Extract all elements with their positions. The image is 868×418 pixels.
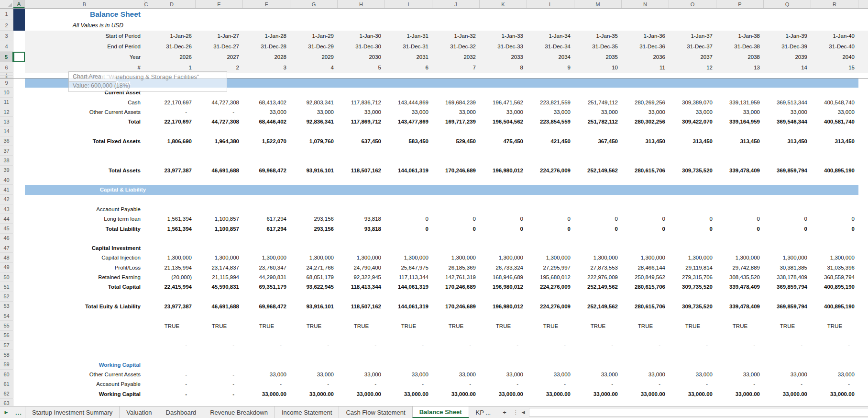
- cell[interactable]: 339,164,959: [716, 117, 764, 126]
- horizontal-scrollbar[interactable]: [529, 408, 868, 417]
- cell[interactable]: 69,968,472: [243, 302, 290, 311]
- row-label[interactable]: Accaount Payable: [25, 204, 144, 214]
- cell[interactable]: 1,300,000: [622, 253, 669, 262]
- cell[interactable]: 1-Jan-40: [811, 31, 858, 41]
- cell[interactable]: 280,615,706: [622, 282, 669, 292]
- cell[interactable]: 2031: [385, 52, 432, 62]
- row-header-53[interactable]: 53: [0, 302, 13, 311]
- cell[interactable]: 22,415,994: [148, 282, 196, 292]
- row-header-4[interactable]: 4: [0, 41, 13, 52]
- cell[interactable]: TRUE: [764, 321, 811, 330]
- cell[interactable]: 400,895,190: [811, 302, 858, 311]
- cell[interactable]: 1-Jan-27: [196, 31, 243, 41]
- cell[interactable]: 33,000: [574, 370, 622, 379]
- cell[interactable]: 0: [574, 214, 622, 224]
- cell[interactable]: 280,302,256: [622, 117, 669, 126]
- cell[interactable]: 309,735,520: [669, 282, 716, 292]
- row-header-40[interactable]: 40: [0, 175, 13, 185]
- cell[interactable]: 45,590,831: [196, 282, 243, 292]
- tab-overflow-button[interactable]: ...: [12, 407, 25, 418]
- sheet-tab-startup-investment-summary[interactable]: Startup Investment Summary: [25, 407, 119, 418]
- cell[interactable]: 400,548,740: [811, 98, 858, 107]
- row-label[interactable]: Total: [25, 117, 144, 126]
- cell[interactable]: 2033: [480, 52, 527, 62]
- cell[interactable]: -: [290, 379, 338, 389]
- cell[interactable]: 31-Dec-37: [669, 41, 716, 52]
- cell[interactable]: 33,000: [243, 107, 290, 117]
- cell[interactable]: -: [764, 379, 811, 389]
- cell[interactable]: TRUE: [385, 321, 432, 330]
- row-label[interactable]: Start of Period: [25, 31, 144, 41]
- cell[interactable]: 144,061,319: [385, 282, 432, 292]
- cell[interactable]: 196,980,012: [480, 302, 527, 311]
- cell[interactable]: 195,680,012: [527, 272, 574, 282]
- cell[interactable]: 313,450: [669, 136, 716, 146]
- cell[interactable]: 31-Dec-26: [148, 41, 196, 52]
- cell[interactable]: 31-Dec-31: [385, 41, 432, 52]
- row-header-49[interactable]: 49: [0, 263, 13, 272]
- cell[interactable]: 313,450: [716, 136, 764, 146]
- cell[interactable]: 0: [669, 224, 716, 233]
- row-header-37[interactable]: 37: [0, 146, 13, 156]
- row-header-63[interactable]: 63: [0, 399, 13, 406]
- cell[interactable]: 27,873,553: [574, 263, 622, 272]
- cell[interactable]: 2028: [243, 52, 290, 62]
- row-header-54[interactable]: 54: [0, 311, 13, 321]
- cell[interactable]: 44,727,308: [196, 98, 243, 107]
- row-header-62[interactable]: 62: [0, 389, 13, 399]
- sheet-tab-income-statement[interactable]: Income Statement: [275, 407, 339, 418]
- cell[interactable]: 1-Jan-39: [764, 31, 811, 41]
- cell[interactable]: 0: [574, 224, 622, 233]
- column-header-P[interactable]: P: [716, 0, 764, 8]
- column-header-H[interactable]: H: [338, 0, 385, 8]
- cell[interactable]: -: [480, 379, 527, 389]
- row-header-9[interactable]: 9: [0, 78, 13, 88]
- cell[interactable]: 30,381,385: [764, 263, 811, 272]
- cell[interactable]: 31-Dec-29: [290, 41, 338, 52]
- cell[interactable]: 0: [622, 224, 669, 233]
- cell[interactable]: TRUE: [196, 321, 243, 330]
- cell[interactable]: 2038: [716, 52, 764, 62]
- cell[interactable]: 369,546,344: [764, 117, 811, 126]
- cell[interactable]: 33,000: [480, 370, 527, 379]
- row-header-52[interactable]: 52: [0, 292, 13, 302]
- cell[interactable]: 33,000: [574, 107, 622, 117]
- cell[interactable]: 68,413,402: [243, 98, 290, 107]
- cell[interactable]: 1,300,000: [432, 253, 480, 262]
- cell[interactable]: 22,170,697: [148, 117, 196, 126]
- cell[interactable]: 92,803,341: [290, 98, 338, 107]
- cell[interactable]: 93,622,945: [290, 282, 338, 292]
- cell[interactable]: -: [811, 340, 858, 350]
- column-header-I[interactable]: I: [385, 0, 432, 8]
- cell[interactable]: TRUE: [243, 321, 290, 330]
- cell[interactable]: 339,478,409: [716, 282, 764, 292]
- cell[interactable]: 0: [811, 224, 858, 233]
- cell[interactable]: TRUE: [432, 321, 480, 330]
- cell[interactable]: 33,000: [432, 370, 480, 379]
- cell[interactable]: 117,836,712: [338, 98, 385, 107]
- add-sheet-button[interactable]: +: [497, 407, 512, 418]
- cell[interactable]: 339,131,959: [716, 98, 764, 107]
- cell[interactable]: 31-Dec-35: [574, 41, 622, 52]
- cell[interactable]: 308,435,520: [716, 272, 764, 282]
- cell[interactable]: -: [669, 379, 716, 389]
- cell[interactable]: 22,170,697: [148, 98, 196, 107]
- cell[interactable]: 1,300,000: [243, 253, 290, 262]
- cell[interactable]: 33,000: [290, 370, 338, 379]
- cell[interactable]: 1-Jan-35: [574, 31, 622, 41]
- cell[interactable]: 33,000.00: [669, 389, 716, 399]
- cell[interactable]: 31-Dec-39: [764, 41, 811, 52]
- column-header-R[interactable]: R: [811, 0, 858, 8]
- cell[interactable]: 293,156: [290, 224, 338, 233]
- row-label[interactable]: All Values is in USD: [25, 20, 144, 31]
- cell[interactable]: 33,000.00: [385, 389, 432, 399]
- sheet-tab-revenue-breakdown[interactable]: Revenue Breakdown: [203, 407, 275, 418]
- row-header-38[interactable]: 38: [0, 156, 13, 165]
- cell[interactable]: 1-Jan-32: [432, 31, 480, 41]
- cell[interactable]: 1,300,000: [290, 253, 338, 262]
- cell[interactable]: 33,000.00: [811, 389, 858, 399]
- cell[interactable]: 118,413,344: [338, 282, 385, 292]
- cell[interactable]: 33,000.00: [527, 389, 574, 399]
- cell[interactable]: 118,507,162: [338, 302, 385, 311]
- cell[interactable]: 33,000: [764, 370, 811, 379]
